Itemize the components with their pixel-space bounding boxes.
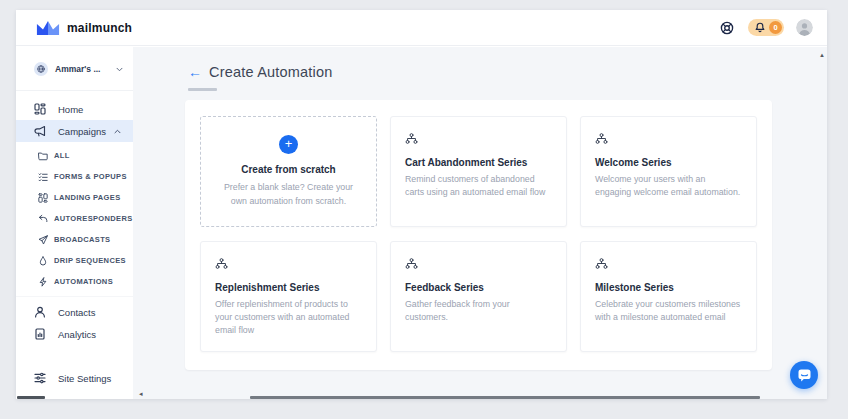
brand-name: mailmunch xyxy=(67,21,132,35)
sidebar-item-label: Analytics xyxy=(58,329,96,340)
page-header: ← Create Automation xyxy=(188,64,333,80)
paper-plane-icon xyxy=(38,235,48,245)
vertical-scrollbar-arrow[interactable]: ▲ xyxy=(819,52,825,58)
sidebar-item-label: Home xyxy=(58,104,83,115)
chat-launcher-button[interactable] xyxy=(790,361,818,389)
workflow-icon xyxy=(405,133,418,144)
card-replenishment-series[interactable]: Replenishment Series Offer replenishment… xyxy=(200,241,377,352)
top-bar: mailmunch xyxy=(16,10,827,46)
card-create-from-scratch[interactable]: + Create from scratch Prefer a blank sla… xyxy=(200,116,377,227)
sliders-icon xyxy=(34,372,46,384)
sidebar-subitem-landing-pages[interactable]: LANDING PAGES xyxy=(16,187,133,208)
sidebar-subitem-drip-sequences[interactable]: DRIP SEQUENCES xyxy=(16,250,133,271)
help-lifebuoy-icon[interactable] xyxy=(718,19,736,37)
card-description: Offer replenishment of products to your … xyxy=(215,298,362,338)
sidebar-subitem-label: FORMS & POPUPS xyxy=(54,172,127,181)
workspace-globe-icon xyxy=(34,62,48,76)
title-underline xyxy=(188,88,217,91)
sidebar-item-analytics[interactable]: Analytics xyxy=(16,323,133,345)
reply-arrow-icon xyxy=(38,214,48,224)
sidebar-subitem-automations[interactable]: AUTOMATIONS xyxy=(16,271,133,292)
lightning-bolt-icon xyxy=(38,277,48,287)
sidebar-nav: Home Campaigns xyxy=(16,98,133,345)
sidebar-subitem-forms-popups[interactable]: FORMS & POPUPS xyxy=(16,166,133,187)
horizontal-scrollbar-left-arrow[interactable]: ◂ xyxy=(139,390,143,398)
workspace-name: Ammar's ... xyxy=(55,64,100,74)
sidebar-subitem-label: AUTOMATIONS xyxy=(54,277,113,286)
card-milestone-series[interactable]: Milestone Series Celebrate your customer… xyxy=(580,241,757,352)
sidebar-item-home[interactable]: Home xyxy=(16,98,133,120)
card-description: Remind customers of abandoned carts usin… xyxy=(405,173,552,199)
back-arrow-icon[interactable]: ← xyxy=(188,65,202,79)
dashboard-icon xyxy=(34,103,46,115)
workflow-icon xyxy=(405,258,418,269)
chat-bubble-icon xyxy=(798,369,811,382)
mailmunch-app: mailmunch xyxy=(0,0,848,419)
card-description: Celebrate your customers milestones with… xyxy=(595,298,742,324)
droplet-icon xyxy=(38,256,48,266)
sidebar-subitem-label: AUTORESPONDERS xyxy=(54,214,133,223)
page-title: Create Automation xyxy=(209,64,333,80)
workflow-icon xyxy=(215,258,228,269)
chevron-down-icon xyxy=(116,67,123,72)
sidebar-horizontal-scrollbar-thumb[interactable] xyxy=(17,396,45,399)
sidebar-subitem-autoresponders[interactable]: AUTORESPONDERS xyxy=(16,208,133,229)
person-icon xyxy=(34,306,46,318)
sidebar-subitem-label: BROADCASTS xyxy=(54,235,110,244)
analytics-chart-icon xyxy=(34,328,46,340)
card-description: Welcome your users with an engaging welc… xyxy=(595,173,742,199)
campaigns-submenu: ALL FORMS & POPUPS xyxy=(16,142,133,297)
checklist-icon xyxy=(38,172,48,182)
card-title: Welcome Series xyxy=(595,157,742,168)
brand-logo[interactable]: mailmunch xyxy=(36,20,132,36)
top-bar-actions: 0 xyxy=(718,19,813,37)
sidebar: Ammar's ... Home xyxy=(16,47,133,399)
notifications-button[interactable]: 0 xyxy=(748,19,784,36)
bell-icon xyxy=(755,22,765,33)
workflow-icon xyxy=(595,258,608,269)
card-description: Prefer a blank slate? Create your own au… xyxy=(219,181,358,207)
plus-icon: + xyxy=(279,135,298,154)
sidebar-subitem-broadcasts[interactable]: BROADCASTS xyxy=(16,229,133,250)
template-cards-grid: + Create from scratch Prefer a blank sla… xyxy=(200,116,757,352)
sidebar-item-label: Site Settings xyxy=(58,373,111,384)
sidebar-item-label: Contacts xyxy=(58,307,96,318)
card-title: Replenishment Series xyxy=(215,282,362,293)
folder-icon xyxy=(38,151,48,161)
card-title: Create from scratch xyxy=(241,164,335,175)
sidebar-item-label: Campaigns xyxy=(58,126,106,137)
sidebar-item-site-settings[interactable]: Site Settings xyxy=(16,367,151,389)
sidebar-subitem-label: DRIP SEQUENCES xyxy=(54,256,126,265)
workspace-selector[interactable]: Ammar's ... xyxy=(16,58,133,80)
sidebar-subitem-label: LANDING PAGES xyxy=(54,193,121,202)
card-title: Cart Abandonment Series xyxy=(405,157,552,168)
card-title: Milestone Series xyxy=(595,282,742,293)
sidebar-item-campaigns[interactable]: Campaigns xyxy=(16,120,133,142)
notification-count-badge: 0 xyxy=(769,21,782,34)
card-title: Feedback Series xyxy=(405,282,552,293)
chevron-up-icon xyxy=(114,129,121,134)
card-description: Gather feedback from your customers. xyxy=(405,298,552,324)
layout-icon xyxy=(38,193,48,203)
templates-panel: + Create from scratch Prefer a blank sla… xyxy=(185,100,772,370)
app-window: mailmunch xyxy=(16,10,827,399)
card-welcome-series[interactable]: Welcome Series Welcome your users with a… xyxy=(580,116,757,227)
workflow-icon xyxy=(595,133,608,144)
sidebar-subitem-all[interactable]: ALL xyxy=(16,145,133,166)
sidebar-subitem-label: ALL xyxy=(54,151,70,160)
card-feedback-series[interactable]: Feedback Series Gather feedback from you… xyxy=(390,241,567,352)
card-cart-abandonment-series[interactable]: Cart Abandonment Series Remind customers… xyxy=(390,116,567,227)
sidebar-item-contacts[interactable]: Contacts xyxy=(16,301,133,323)
user-avatar-icon[interactable] xyxy=(796,19,813,36)
mailmunch-logo-icon xyxy=(36,20,60,36)
main-horizontal-scrollbar-thumb[interactable] xyxy=(250,396,760,399)
main-content: ← Create Automation + Create from scratc… xyxy=(133,47,827,399)
sidebar-divider xyxy=(16,90,133,91)
megaphone-icon xyxy=(34,125,46,137)
